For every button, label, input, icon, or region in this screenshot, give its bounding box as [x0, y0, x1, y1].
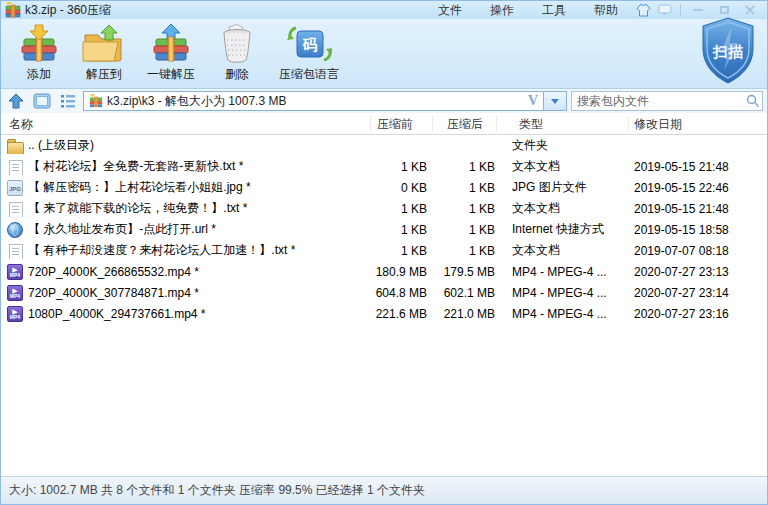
status-text: 大小: 1002.7 MB 共 8 个文件和 1 个文件夹 压缩率 99.5% …	[9, 482, 425, 499]
table-row[interactable]: 【 有种子却没速度？来村花论坛人工加速！】.txt * 1 KB 1 KB 文本…	[1, 240, 767, 261]
column-header-name[interactable]: 名称	[1, 116, 371, 132]
archive-language-button[interactable]: 码 压缩包语言	[269, 21, 349, 85]
extract-to-label: 解压到	[86, 66, 122, 83]
one-click-extract-button[interactable]: 一键解压	[137, 21, 205, 85]
file-date: 2019-05-15 22:46	[629, 181, 767, 195]
search-box	[571, 91, 763, 111]
address-bar: k3.zip\k3 - 解包大小为 1007.3 MB V	[1, 89, 767, 113]
file-icon	[7, 306, 23, 322]
menu-tools[interactable]: 工具	[542, 2, 566, 19]
file-date: 2019-05-15 21:48	[629, 160, 767, 174]
app-archive-icon	[5, 2, 21, 18]
file-type: 文件夹	[497, 137, 629, 154]
search-input[interactable]	[571, 91, 763, 111]
table-row[interactable]: 【 解压密码：】上村花论坛看小姐姐.jpg * 0 KB 1 KB JPG 图片…	[1, 177, 767, 198]
list-view-button[interactable]	[57, 91, 79, 111]
menu-file[interactable]: 文件	[438, 2, 462, 19]
table-row[interactable]: 720P_4000K_266865532.mp4 * 180.9 MB 179.…	[1, 261, 767, 282]
file-type: JPG 图片文件	[497, 179, 629, 196]
extract-folder-icon	[81, 23, 127, 65]
menu-operation[interactable]: 操作	[490, 2, 514, 19]
file-rows: .. (上级目录) 文件夹 【 村花论坛】全免费-无套路-更新快.txt * 1…	[1, 135, 767, 324]
size-before: 1 KB	[371, 202, 433, 216]
extract-to-button[interactable]: 解压到	[71, 21, 137, 85]
feedback-icon[interactable]	[654, 2, 676, 18]
menu-bar: 文件 操作 工具 帮助	[438, 2, 618, 19]
file-icon	[7, 243, 23, 259]
archive-language-label: 压缩包语言	[279, 66, 339, 83]
menu-help[interactable]: 帮助	[594, 2, 618, 19]
file-date: 2020-07-27 23:16	[629, 307, 767, 321]
delete-label: 删除	[225, 66, 249, 83]
up-arrow-icon	[6, 91, 26, 111]
file-date: 2019-05-15 21:48	[629, 202, 767, 216]
size-after: 221.0 MB	[433, 307, 497, 321]
size-before: 604.8 MB	[371, 286, 433, 300]
maximize-icon	[720, 6, 729, 14]
skin-icon[interactable]	[632, 2, 654, 18]
icon-view-button[interactable]	[31, 91, 53, 111]
add-button[interactable]: 添加	[7, 21, 71, 85]
file-type: MP4 - MPEG-4 ...	[497, 265, 629, 279]
table-row[interactable]: .. (上级目录) 文件夹	[1, 135, 767, 156]
file-type: 文本文档	[497, 158, 629, 175]
file-list-panel: 名称 压缩前 压缩后 类型 修改日期 .. (上级目录) 文件夹	[1, 113, 767, 476]
title-bar: k3.zip - 360压缩 文件 操作 工具 帮助	[1, 1, 767, 19]
file-name: 1080P_4000K_294737661.mp4 *	[28, 307, 206, 321]
size-after: 1 KB	[433, 202, 497, 216]
trash-icon	[215, 23, 259, 65]
size-before: 1 KB	[371, 223, 433, 237]
file-icon	[7, 222, 23, 238]
file-type: MP4 - MPEG-4 ...	[497, 286, 629, 300]
svg-text:码: 码	[302, 36, 318, 53]
column-header-row: 名称 压缩前 压缩后 类型 修改日期	[1, 113, 767, 135]
file-icon	[7, 159, 23, 175]
archive-extract-icon	[149, 23, 193, 65]
size-before: 221.6 MB	[371, 307, 433, 321]
path-field[interactable]: k3.zip\k3 - 解包大小为 1007.3 MB V	[83, 91, 543, 111]
column-header-size-before[interactable]: 压缩前	[371, 116, 433, 132]
file-date: 2019-05-15 18:58	[629, 223, 767, 237]
file-name: 【 村花论坛】全免费-无套路-更新快.txt *	[28, 158, 243, 175]
size-after: 1 KB	[433, 244, 497, 258]
file-name: 【 有种子却没速度？来村花论坛人工加速！】.txt *	[28, 242, 295, 259]
icon-view-icon	[32, 91, 52, 111]
up-level-button[interactable]	[5, 91, 27, 111]
size-before: 1 KB	[371, 160, 433, 174]
status-bar: 大小: 1002.7 MB 共 8 个文件和 1 个文件夹 压缩率 99.5% …	[1, 476, 767, 504]
size-after: 1 KB	[433, 160, 497, 174]
file-type: Internet 快捷方式	[497, 221, 629, 238]
table-row[interactable]: 720P_4000K_307784871.mp4 * 604.8 MB 602.…	[1, 282, 767, 303]
archive-file-icon	[89, 94, 103, 108]
column-header-size-after[interactable]: 压缩后	[433, 116, 497, 132]
file-icon	[7, 138, 23, 154]
size-after: 1 KB	[433, 181, 497, 195]
column-header-type[interactable]: 类型	[497, 116, 629, 132]
file-type: MP4 - MPEG-4 ...	[497, 307, 629, 321]
file-name: .. (上级目录)	[28, 137, 94, 154]
file-name: 【 来了就能下载的论坛，纯免费！】.txt *	[28, 200, 247, 217]
scan-shield-icon: 扫描	[697, 15, 759, 87]
column-header-date[interactable]: 修改日期	[629, 116, 767, 132]
archive-path: k3.zip\k3 - 解包大小为 1007.3 MB	[107, 93, 286, 110]
table-row[interactable]: 1080P_4000K_294737661.mp4 * 221.6 MB 221…	[1, 303, 767, 324]
file-name: 【 永久地址发布页】-点此打开.url *	[28, 221, 216, 238]
path-dropdown-button[interactable]	[543, 91, 567, 111]
file-icon	[7, 180, 23, 196]
table-row[interactable]: 【 来了就能下载的论坛，纯免费！】.txt * 1 KB 1 KB 文本文档 2…	[1, 198, 767, 219]
size-before: 0 KB	[371, 181, 433, 195]
archive-language-icon: 码	[286, 23, 332, 65]
one-click-extract-label: 一键解压	[147, 66, 195, 83]
vip-watermark: V	[528, 93, 538, 109]
chevron-down-icon	[551, 99, 559, 104]
app-window: k3.zip - 360压缩 文件 操作 工具 帮助	[0, 0, 768, 505]
titlebar-separator	[680, 4, 681, 16]
size-before: 180.9 MB	[371, 265, 433, 279]
scan-button[interactable]: 扫描	[697, 15, 759, 87]
file-name: 720P_4000K_266865532.mp4 *	[28, 265, 199, 279]
path-combobox[interactable]: k3.zip\k3 - 解包大小为 1007.3 MB V	[83, 91, 567, 111]
table-row[interactable]: 【 永久地址发布页】-点此打开.url * 1 KB 1 KB Internet…	[1, 219, 767, 240]
empty-list-area	[1, 324, 767, 476]
delete-button[interactable]: 删除	[205, 21, 269, 85]
table-row[interactable]: 【 村花论坛】全免费-无套路-更新快.txt * 1 KB 1 KB 文本文档 …	[1, 156, 767, 177]
